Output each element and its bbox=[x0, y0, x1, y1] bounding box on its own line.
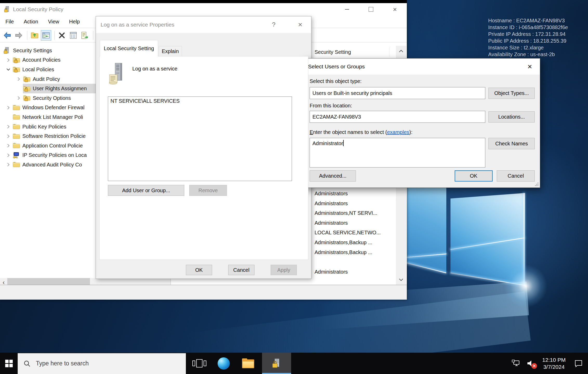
dialog-title-bar[interactable]: Select Users or Groups bbox=[303, 59, 540, 75]
time: 12:10 PM bbox=[538, 356, 570, 363]
tree-item-icon bbox=[12, 123, 20, 130]
tab-explain[interactable]: Explain bbox=[159, 46, 182, 56]
select-users-or-groups-dialog: Select Users or Groups × Select this obj… bbox=[303, 58, 540, 188]
scroll-down-icon[interactable] bbox=[396, 275, 406, 285]
edge-icon[interactable] bbox=[214, 353, 233, 374]
tab-local-security-setting[interactable]: Local Security Setting bbox=[100, 40, 158, 56]
tree-item-icon bbox=[23, 85, 31, 92]
chevron-icon[interactable] bbox=[4, 105, 12, 111]
chevron-icon[interactable] bbox=[15, 76, 23, 82]
taskbar: Type here to search bbox=[0, 353, 588, 374]
chevron-icon[interactable] bbox=[4, 124, 12, 130]
member-item[interactable]: NT SERVICE\ALL SERVICES bbox=[108, 97, 292, 104]
close-icon[interactable]: × bbox=[293, 16, 308, 33]
instance-info-line: Public IP Address : 18.218.255.39 bbox=[488, 37, 568, 44]
tree-item-icon bbox=[23, 76, 31, 82]
instance-info-line: Hostname : EC2AMAZ-FAN98V3 bbox=[488, 17, 568, 24]
volume-muted-icon[interactable]: ✕ bbox=[523, 353, 538, 374]
menu-item[interactable]: Help bbox=[66, 19, 83, 25]
task-view-icon[interactable] bbox=[190, 353, 209, 374]
action-center-icon[interactable] bbox=[570, 353, 587, 374]
menu-item[interactable]: File bbox=[2, 19, 17, 25]
search-input[interactable]: Type here to search bbox=[18, 353, 186, 374]
chevron-icon[interactable] bbox=[4, 152, 12, 158]
maximize-button[interactable] bbox=[359, 3, 383, 16]
chevron-icon[interactable] bbox=[4, 133, 12, 139]
close-button[interactable]: × bbox=[383, 3, 407, 16]
back-icon[interactable] bbox=[2, 30, 12, 41]
search-placeholder: Type here to search bbox=[36, 360, 89, 367]
search-icon bbox=[23, 360, 31, 367]
chevron-icon[interactable] bbox=[15, 86, 23, 92]
scroll-up-icon[interactable] bbox=[396, 46, 406, 56]
file-explorer-icon[interactable] bbox=[238, 353, 258, 374]
forward-icon[interactable] bbox=[14, 30, 24, 41]
text-cursor bbox=[343, 140, 344, 146]
column-header-security-setting[interactable]: Security Setting bbox=[315, 46, 351, 58]
remove-button[interactable]: Remove bbox=[189, 185, 227, 196]
add-user-or-group-button[interactable]: Add User or Group... bbox=[108, 185, 184, 196]
cancel-button[interactable]: Cancel bbox=[497, 170, 535, 182]
policy-icon bbox=[109, 63, 124, 85]
instance-info-line: Instance ID : i-065a48f5730882f6e bbox=[488, 24, 568, 31]
start-icon[interactable] bbox=[0, 353, 18, 374]
title-bar[interactable]: Local Security Policy × bbox=[0, 3, 407, 16]
wallpaper-light-flare bbox=[504, 264, 547, 308]
ok-button[interactable]: OK bbox=[186, 265, 212, 275]
delete-icon[interactable] bbox=[57, 30, 67, 41]
chevron-icon[interactable] bbox=[4, 66, 12, 73]
tree-item-icon bbox=[12, 57, 20, 63]
chevron-icon[interactable] bbox=[4, 57, 12, 63]
close-icon[interactable]: × bbox=[522, 59, 537, 75]
locations-button[interactable]: Locations... bbox=[488, 111, 535, 122]
chevron-icon[interactable] bbox=[4, 143, 12, 149]
apply-button[interactable]: Apply bbox=[271, 265, 297, 275]
object-type-field[interactable]: Users or Built-in security principals bbox=[310, 87, 485, 99]
network-icon[interactable] bbox=[509, 353, 523, 374]
ok-button[interactable]: OK bbox=[455, 170, 493, 182]
resize-grip[interactable] bbox=[535, 182, 538, 186]
window-title: Local Security Policy bbox=[13, 6, 63, 12]
dialog-title: Select Users or Groups bbox=[308, 63, 365, 70]
export-list-icon[interactable] bbox=[80, 30, 90, 41]
app-icon bbox=[4, 6, 10, 13]
chevron-icon[interactable] bbox=[4, 114, 12, 120]
date: 3/7/2024 bbox=[538, 363, 570, 370]
menu-item[interactable]: Action bbox=[20, 19, 42, 25]
instance-info-block: Hostname : EC2AMAZ-FAN98V3 Instance ID :… bbox=[488, 17, 568, 58]
tree-item-icon bbox=[12, 152, 20, 159]
instance-info-line: Availability Zone : us-east-2b bbox=[488, 51, 568, 58]
properties-list-icon[interactable] bbox=[68, 30, 79, 41]
object-names-label: Enter the object names to select (exampl… bbox=[310, 129, 413, 135]
examples-link[interactable]: examples bbox=[387, 129, 409, 135]
tree-item-icon bbox=[3, 47, 11, 54]
check-names-button[interactable]: Check Names bbox=[488, 138, 535, 149]
local-security-policy-icon[interactable] bbox=[262, 353, 291, 374]
chevron-icon[interactable] bbox=[4, 162, 12, 168]
object-types-button[interactable]: Object Types... bbox=[488, 88, 535, 99]
status-bar bbox=[0, 285, 407, 300]
help-icon[interactable]: ? bbox=[266, 16, 281, 33]
menu-item[interactable]: View bbox=[44, 19, 63, 25]
minimize-button[interactable] bbox=[335, 3, 359, 16]
members-listbox[interactable]: NT SERVICE\ALL SERVICES bbox=[108, 96, 292, 181]
tree-item-icon bbox=[12, 161, 20, 168]
instance-info-line: Instance Size : t2.xlarge bbox=[488, 44, 568, 51]
location-label: From this location: bbox=[310, 103, 352, 109]
object-names-input[interactable]: Administrator bbox=[310, 138, 485, 167]
mute-badge: ✕ bbox=[531, 363, 537, 369]
instance-info-line: Private IP Address : 172.31.28.94 bbox=[488, 31, 568, 37]
tree-item-icon bbox=[12, 104, 20, 111]
wallpaper-window-pane-left bbox=[407, 179, 446, 273]
tree-item-icon bbox=[12, 114, 20, 120]
cancel-button[interactable]: Cancel bbox=[228, 265, 254, 275]
chevron-icon[interactable] bbox=[15, 95, 23, 101]
location-field[interactable]: EC2AMAZ-FAN98V3 bbox=[310, 111, 485, 123]
tree-item-icon bbox=[12, 142, 20, 149]
top-black-strip bbox=[0, 0, 407, 3]
clock[interactable]: 12:10 PM 3/7/2024 bbox=[538, 356, 570, 370]
tree-item-icon bbox=[12, 66, 20, 73]
up-folder-icon[interactable] bbox=[29, 30, 40, 41]
console-window-icon[interactable] bbox=[41, 30, 51, 41]
advanced-button[interactable]: Advanced... bbox=[310, 170, 356, 182]
